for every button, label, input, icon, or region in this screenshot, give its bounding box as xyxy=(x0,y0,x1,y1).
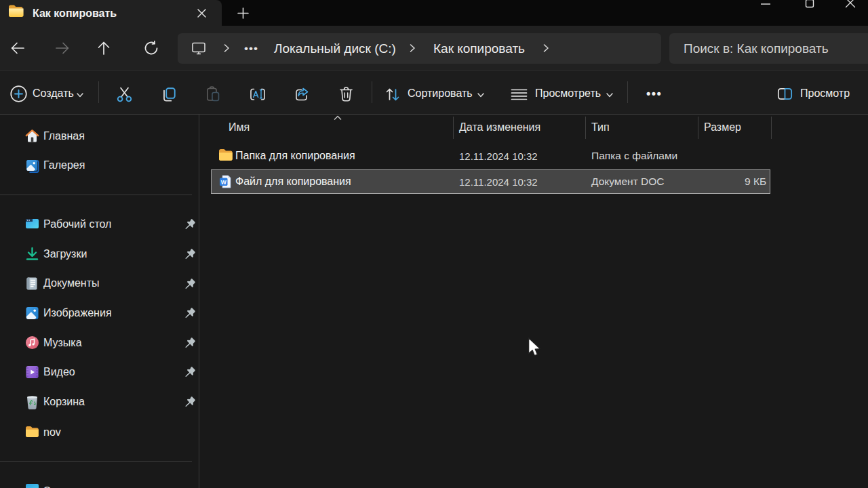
svg-text:W: W xyxy=(221,179,227,186)
